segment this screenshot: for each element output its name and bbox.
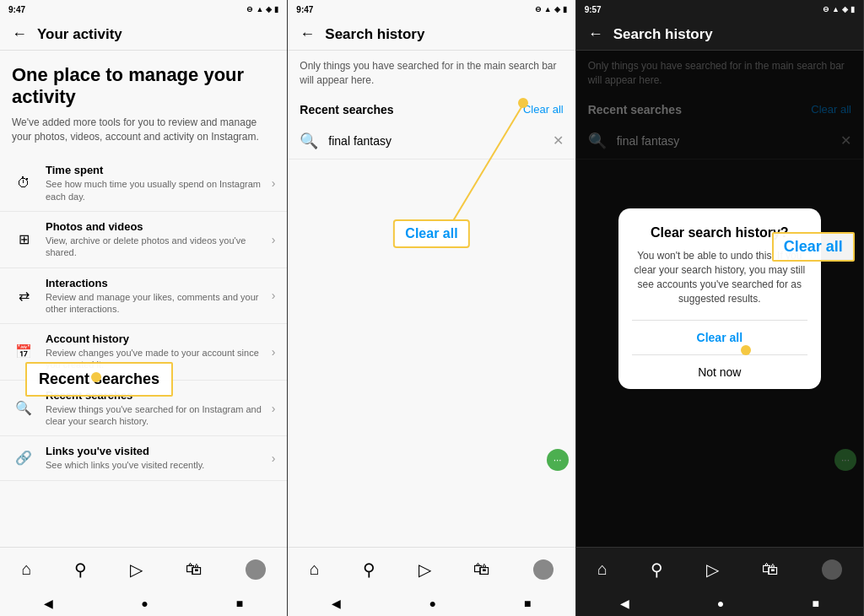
back-button-3[interactable]: ←	[588, 25, 603, 43]
chevron-icon-interactions: ›	[272, 289, 276, 302]
annotation-dot-2	[518, 98, 528, 108]
interactions-icon: ⇄	[12, 284, 35, 307]
shop-nav-2[interactable]: 🛍	[473, 559, 490, 579]
profile-avatar-1[interactable]	[246, 559, 266, 580]
status-time-1: 9:47	[8, 5, 25, 14]
home-nav-2[interactable]: ⌂	[310, 559, 320, 579]
clear-all-annotation-2: Clear all	[393, 219, 469, 248]
panel-search-history: 9:47 ⊖ ▲ ◈ ▮ ← Search history Only thing…	[288, 0, 575, 616]
search-nav-2[interactable]: ⚲	[363, 559, 375, 580]
sys-home-1[interactable]: ●	[141, 597, 148, 610]
home-nav-3[interactable]: ⌂	[597, 559, 608, 579]
search-item-2: 🔍 final fantasy ✕	[288, 123, 575, 159]
sys-back-3[interactable]: ◀	[620, 597, 629, 610]
green-bubble-2: ···	[547, 449, 569, 471]
activity-heading: One place to manage your activity	[0, 51, 287, 116]
back-button-1[interactable]: ←	[12, 25, 27, 43]
sys-back-2[interactable]: ◀	[332, 597, 341, 610]
calendar-icon: 📅	[12, 340, 35, 364]
status-icons-2: ⊖ ▲ ◈ ▮	[535, 5, 567, 14]
sys-back-1[interactable]: ◀	[44, 597, 53, 610]
home-nav-1[interactable]: ⌂	[21, 559, 31, 579]
status-bar-3: 9:57 ⊖ ▲ ◈ ▮	[576, 0, 863, 19]
sys-home-2[interactable]: ●	[429, 597, 436, 610]
menu-item-interactions[interactable]: ⇄ Interactions Review and manage your li…	[0, 268, 287, 325]
reels-nav-3[interactable]: ▷	[706, 559, 719, 580]
menu-item-links[interactable]: 🔗 Links you've visited See which links y…	[0, 436, 287, 480]
clear-history-dialog: Clear search history? You won't be able …	[618, 208, 821, 388]
chevron-icon-recent: ›	[272, 402, 276, 415]
menu-item-photos-videos[interactable]: ⊞ Photos and videos View, archive or del…	[0, 212, 287, 268]
clear-all-button-2[interactable]: Clear all	[523, 103, 564, 116]
profile-avatar-2[interactable]	[533, 559, 554, 580]
status-icons-1: ⊖ ▲ ◈ ▮	[246, 5, 278, 14]
annotation-dot-1	[91, 372, 101, 382]
search-icon-menu: 🔍	[12, 397, 35, 420]
panel-search-history-dialog: 9:57 ⊖ ▲ ◈ ▮ ← Search history Only thing…	[576, 0, 864, 616]
content-1: One place to manage your activity We've …	[0, 51, 287, 547]
menu-desc-photos: View, archive or delete photos and video…	[46, 235, 272, 259]
header-2: ← Search history	[288, 19, 575, 51]
link-icon: 🔗	[12, 446, 35, 470]
sys-home-3[interactable]: ●	[717, 597, 724, 610]
sys-nav-2: ◀ ● ■	[288, 591, 575, 616]
menu-desc-time: See how much time you usually spend on I…	[46, 178, 272, 203]
bottom-nav-2: ⌂ ⚲ ▷ 🛍	[288, 547, 575, 591]
sys-nav-3: ◀ ● ■	[576, 591, 863, 616]
chevron-icon-links: ›	[272, 451, 276, 465]
clock-icon: ⏱	[12, 171, 35, 195]
panel-your-activity: 9:47 ⊖ ▲ ◈ ▮ ← Your activity One place t…	[0, 0, 288, 616]
shop-nav-3[interactable]: 🛍	[762, 559, 779, 579]
status-bar-1: 9:47 ⊖ ▲ ◈ ▮	[0, 0, 287, 19]
status-time-3: 9:57	[585, 5, 602, 14]
menu-title-links: Links you've visited	[46, 445, 272, 457]
recent-searches-header-2: Recent searches Clear all	[288, 96, 575, 123]
search-history-desc-2: Only things you have searched for in the…	[288, 51, 575, 96]
bottom-nav-3: ⌂ ⚲ ▷ 🛍	[576, 547, 863, 591]
menu-title-interactions: Interactions	[46, 277, 272, 289]
bottom-nav-1: ⌂ ⚲ ▷ 🛍	[0, 547, 287, 591]
reels-nav-1[interactable]: ▷	[130, 559, 143, 580]
profile-avatar-3[interactable]	[822, 559, 842, 580]
status-icons-3: ⊖ ▲ ◈ ▮	[823, 5, 855, 14]
close-icon-2[interactable]: ✕	[553, 132, 564, 149]
chevron-icon-account: ›	[272, 345, 276, 359]
recent-label-2: Recent searches	[300, 103, 393, 116]
status-time-2: 9:47	[296, 5, 313, 14]
content-3: Only things you have searched for in the…	[576, 51, 863, 547]
menu-desc-recent: Review things you've searched for on Ins…	[46, 403, 272, 428]
photos-icon: ⊞	[12, 228, 35, 251]
search-nav-1[interactable]: ⚲	[74, 559, 87, 580]
search-icon-item-2: 🔍	[300, 132, 318, 150]
sys-recent-3[interactable]: ■	[812, 597, 818, 610]
shop-nav-1[interactable]: 🛍	[186, 559, 202, 579]
dialog-clear-button[interactable]: Clear all	[632, 320, 807, 354]
clear-all-dialog-highlight: Clear all	[772, 232, 855, 262]
sys-recent-2[interactable]: ■	[524, 597, 531, 610]
sys-nav-1: ◀ ● ■	[0, 591, 287, 616]
page-title-2: Search history	[325, 26, 424, 43]
annotation-dot-3	[741, 345, 751, 355]
menu-desc-interactions: Review and manage your likes, comments a…	[46, 291, 272, 316]
page-title-1: Your activity	[37, 26, 122, 43]
menu-title-account: Account history	[46, 332, 272, 345]
content-2: Only things you have searched for in the…	[288, 51, 575, 547]
page-title-3: Search history	[613, 26, 713, 43]
chevron-icon-photos: ›	[272, 233, 276, 246]
dialog-cancel-button[interactable]: Not now	[632, 354, 807, 389]
menu-title-time: Time spent	[46, 164, 272, 176]
search-nav-3[interactable]: ⚲	[651, 559, 663, 580]
search-item-text-2: final fantasy	[328, 134, 552, 148]
menu-item-time-spent[interactable]: ⏱ Time spent See how much time you usual…	[0, 155, 287, 212]
menu-desc-links: See which links you've visited recently.	[46, 459, 272, 471]
back-button-2[interactable]: ←	[300, 25, 315, 43]
chevron-icon-time: ›	[272, 176, 276, 190]
dialog-overlay: Clear search history? You won't be able …	[576, 51, 863, 547]
sys-recent-1[interactable]: ■	[236, 597, 243, 610]
header-3: ← Search history	[576, 19, 863, 51]
status-bar-2: 9:47 ⊖ ▲ ◈ ▮	[288, 0, 575, 19]
reels-nav-2[interactable]: ▷	[418, 559, 431, 580]
menu-title-photos: Photos and videos	[46, 220, 272, 233]
activity-subtitle: We've added more tools for you to review…	[0, 116, 287, 156]
header-1: ← Your activity	[0, 19, 287, 51]
